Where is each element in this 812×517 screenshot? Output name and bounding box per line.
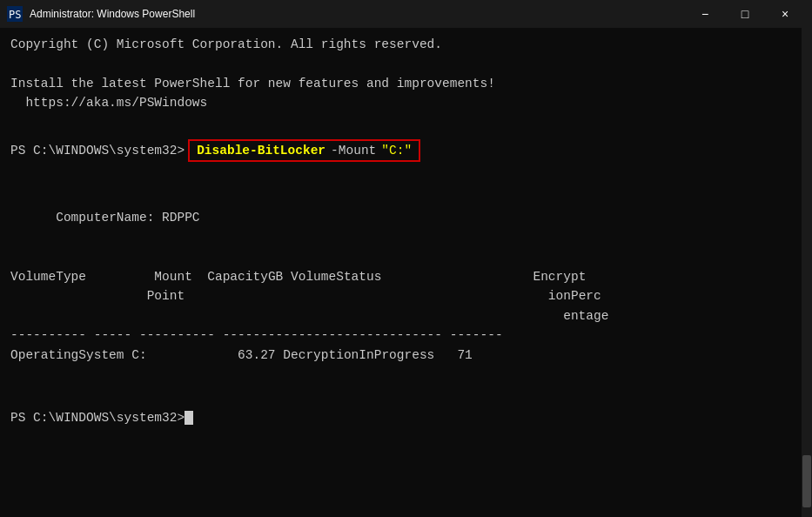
row-mount: C:	[131, 348, 146, 362]
close-button[interactable]: ×	[765, 0, 805, 28]
cmd-params: -Mount	[331, 144, 376, 158]
row-status: DecryptionInProgress	[283, 348, 434, 362]
prompt-1: PS C:\WINDOWS\system32>	[10, 144, 185, 158]
blank-line-6	[10, 385, 802, 404]
cmd-string: "C:"	[381, 144, 412, 158]
final-prompt-line: PS C:\WINDOWS\system32>	[10, 411, 802, 425]
col-volumetype: VolumeType	[10, 270, 86, 284]
scrollbar[interactable]	[802, 28, 812, 517]
command-highlight-box: Disable-BitLocker -Mount "C:"	[188, 139, 420, 162]
col-encryption: Encrypt	[533, 270, 586, 284]
table-header: VolumeType Mount CapacityGB VolumeStatus…	[10, 267, 802, 286]
blank-line-3	[10, 169, 802, 188]
maximize-button[interactable]: □	[725, 0, 765, 28]
col-capacitygb: CapacityGB	[207, 270, 283, 284]
title-bar-left: PS Administrator: Windows PowerShell	[7, 6, 195, 22]
computername-line: ComputerName: RDPPC	[10, 189, 802, 247]
computername-value: RDPPC	[162, 211, 200, 225]
prompt-2: PS C:\WINDOWS\system32>	[10, 411, 185, 425]
cmd-keyword: Disable-BitLocker	[197, 144, 325, 158]
col-mount: Mount	[154, 270, 192, 284]
title-bar: PS Administrator: Windows PowerShell − □…	[0, 0, 812, 28]
computername-label: ComputerName	[56, 211, 146, 225]
col-volumestatus: VolumeStatus	[291, 270, 381, 284]
cursor	[185, 411, 193, 425]
separator-line: ---------- ----- ---------- ------------…	[10, 326, 802, 345]
data-row: OperatingSystem C: 63.27 DecryptionInPro…	[10, 346, 802, 365]
powershell-icon: PS	[7, 6, 23, 22]
row-volumetype: OperatingSystem	[10, 348, 124, 362]
copyright-line: Copyright (C) Microsoft Corporation. All…	[10, 35, 802, 54]
svg-text:PS: PS	[9, 9, 21, 21]
row-encryption: 71	[457, 348, 472, 362]
scrollbar-thumb[interactable]	[802, 455, 811, 507]
col-encryption2: ionPerc	[548, 289, 601, 303]
terminal-content: Copyright (C) Microsoft Corporation. All…	[10, 35, 802, 425]
blank-line-5	[10, 365, 802, 384]
terminal-window: Copyright (C) Microsoft Corporation. All…	[0, 28, 812, 517]
table-header-2: Point ionPerc	[10, 286, 802, 306]
col-mount2: Point	[147, 289, 185, 303]
row-capacity: 63.27	[238, 348, 276, 362]
title-bar-controls: − □ ×	[685, 0, 805, 28]
blank-line-1	[10, 54, 802, 73]
window-title: Administrator: Windows PowerShell	[30, 8, 195, 20]
blank-line-2	[10, 113, 802, 132]
blank-line-4	[10, 247, 802, 266]
aka-link: https://aka.ms/PSWindows	[10, 93, 802, 112]
command-line: PS C:\WINDOWS\system32> Disable-BitLocke…	[10, 139, 802, 162]
install-line: Install the latest PowerShell for new fe…	[10, 74, 802, 93]
table-header-3: entage	[10, 306, 802, 326]
minimize-button[interactable]: −	[685, 0, 725, 28]
col-encryption3: entage	[563, 309, 608, 323]
